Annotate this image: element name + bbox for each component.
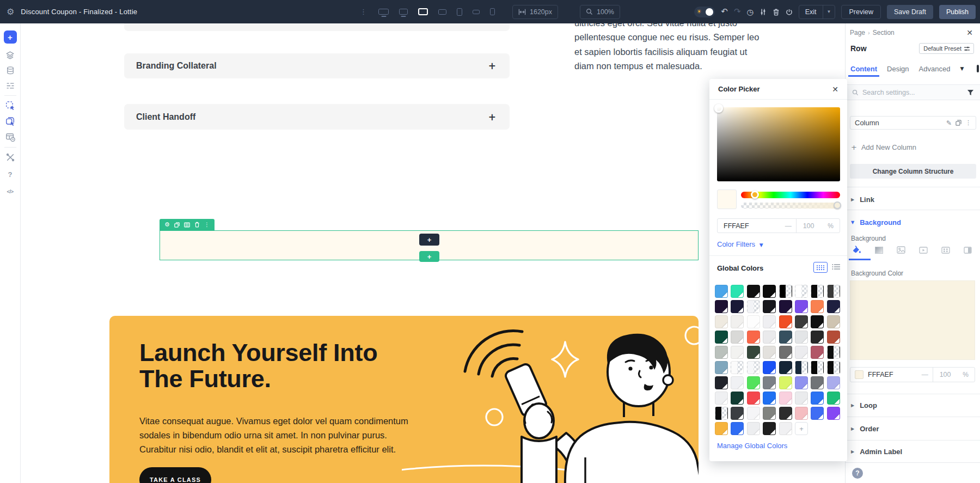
global-color-swatch[interactable]: [747, 422, 760, 435]
duplicate-column-icon[interactable]: [955, 120, 961, 126]
add-widget-button[interactable]: +: [419, 234, 439, 246]
global-color-swatch[interactable]: [827, 285, 840, 298]
viewport-width-input[interactable]: 1620px: [512, 5, 558, 19]
background-color-preview[interactable]: [850, 280, 975, 360]
row-settings-gear-icon[interactable]: ⚙: [164, 222, 170, 228]
global-color-swatch[interactable]: [763, 315, 776, 328]
global-color-swatch[interactable]: [779, 392, 792, 405]
hex-input[interactable]: [718, 222, 779, 230]
save-draft-button[interactable]: Save Draft: [887, 5, 933, 19]
hero-section[interactable]: Launch Yourself Into The Future. Vitae c…: [109, 316, 699, 483]
global-color-swatch[interactable]: [811, 315, 824, 328]
global-color-swatch[interactable]: [747, 285, 760, 298]
section-link[interactable]: ▶ Link: [846, 193, 980, 205]
global-color-swatch[interactable]: [763, 300, 776, 313]
saturation-handle[interactable]: [714, 104, 723, 113]
section-loop[interactable]: ▶ Loop: [846, 399, 980, 411]
global-color-swatch[interactable]: [827, 315, 840, 328]
device-mobile-icon[interactable]: [490, 8, 495, 15]
global-color-swatch[interactable]: [779, 407, 792, 420]
global-color-swatch[interactable]: [715, 392, 728, 405]
global-color-swatch[interactable]: [827, 361, 840, 374]
global-color-swatch[interactable]: [827, 346, 840, 359]
form-fields-icon[interactable]: [4, 79, 17, 92]
delete-icon[interactable]: [194, 220, 200, 230]
global-color-swatch[interactable]: [779, 331, 792, 344]
global-color-swatch[interactable]: [715, 346, 728, 359]
global-color-swatch[interactable]: [747, 300, 760, 313]
tab-design[interactable]: Design: [887, 65, 909, 73]
add-new-column-button[interactable]: + Add New Column: [846, 143, 980, 151]
hue-slider-handle[interactable]: [751, 191, 759, 199]
hue-slider[interactable]: [741, 192, 840, 198]
global-color-swatch[interactable]: [715, 376, 728, 389]
global-color-swatch[interactable]: [747, 376, 760, 389]
global-color-swatch[interactable]: [763, 346, 776, 359]
global-color-swatch[interactable]: [715, 361, 728, 374]
help-icon[interactable]: ?: [4, 168, 17, 181]
columns-icon[interactable]: [184, 220, 190, 230]
add-global-color-button[interactable]: +: [795, 422, 808, 435]
global-color-swatch[interactable]: [811, 407, 824, 420]
global-color-swatch[interactable]: [763, 331, 776, 344]
panel-close-icon[interactable]: ✕: [966, 28, 973, 37]
global-color-swatch[interactable]: [811, 346, 824, 359]
tabs-caret-icon[interactable]: ▼: [960, 66, 964, 71]
global-color-swatch[interactable]: [795, 315, 808, 328]
help-button[interactable]: ?: [852, 468, 863, 479]
bg-video-icon[interactable]: [919, 247, 928, 254]
global-color-swatch[interactable]: [763, 392, 776, 405]
select-area-icon[interactable]: [4, 99, 17, 112]
global-color-swatch[interactable]: [731, 376, 744, 389]
frame-icon[interactable]: [977, 65, 979, 72]
global-color-swatch[interactable]: [827, 376, 840, 389]
accordion-expand-icon[interactable]: +: [488, 112, 496, 123]
add-element-button[interactable]: +: [4, 30, 17, 44]
global-color-swatch[interactable]: [779, 346, 792, 359]
global-color-swatch[interactable]: [795, 285, 808, 298]
column-more-icon[interactable]: ⋮: [965, 119, 971, 126]
global-color-swatch[interactable]: [731, 346, 744, 359]
filter-funnel-icon[interactable]: [967, 89, 974, 96]
redo-icon[interactable]: ↷: [734, 8, 741, 16]
undo-icon[interactable]: ↶: [721, 8, 728, 16]
accordion-item[interactable]: Branding Collateral +: [124, 53, 510, 78]
edit-pencil-icon[interactable]: ✎: [946, 119, 952, 127]
global-color-swatch[interactable]: [731, 285, 744, 298]
global-color-swatch[interactable]: [731, 300, 744, 313]
section-admin-label[interactable]: ▶ Admin Label: [846, 445, 980, 457]
global-color-swatch[interactable]: [763, 285, 776, 298]
global-color-swatch[interactable]: [763, 376, 776, 389]
global-color-swatch[interactable]: [779, 376, 792, 389]
accordion-item-partial[interactable]: [124, 23, 510, 31]
bg-classic-icon[interactable]: [852, 246, 861, 254]
global-color-swatch[interactable]: [811, 331, 824, 344]
global-color-swatch[interactable]: [795, 300, 808, 313]
hero-body-text[interactable]: Vitae consequat augue. Vivamus eget dolo…: [139, 414, 408, 456]
color-picker-close-icon[interactable]: ✕: [832, 85, 838, 94]
add-section-button[interactable]: +: [419, 251, 439, 262]
global-color-swatch[interactable]: [795, 376, 808, 389]
trash-icon[interactable]: [773, 8, 780, 16]
alpha-slider[interactable]: [741, 203, 840, 209]
tab-content[interactable]: Content: [850, 65, 877, 73]
global-color-swatch[interactable]: [827, 331, 840, 344]
background-opacity-input[interactable]: [933, 371, 958, 378]
global-color-swatch[interactable]: [731, 422, 744, 435]
global-color-swatch[interactable]: [763, 361, 776, 374]
saturation-area[interactable]: [717, 107, 840, 181]
global-color-swatch[interactable]: [827, 300, 840, 313]
code-icon[interactable]: </>: [4, 185, 17, 198]
tools-icon[interactable]: [4, 151, 17, 164]
preferences-sliders-icon[interactable]: [759, 8, 767, 16]
global-color-swatch[interactable]: [715, 407, 728, 420]
bg-image-icon[interactable]: [897, 246, 905, 254]
global-color-swatch[interactable]: [779, 285, 792, 298]
global-color-swatch[interactable]: [795, 361, 808, 374]
accordion-expand-icon[interactable]: +: [488, 60, 496, 71]
opacity-input[interactable]: [797, 222, 822, 230]
publish-button[interactable]: Publish: [939, 5, 976, 19]
device-desktop-icon[interactable]: [399, 9, 408, 15]
hero-cta-button[interactable]: TAKE A CLASS: [139, 467, 211, 483]
global-color-swatch[interactable]: [811, 392, 824, 405]
